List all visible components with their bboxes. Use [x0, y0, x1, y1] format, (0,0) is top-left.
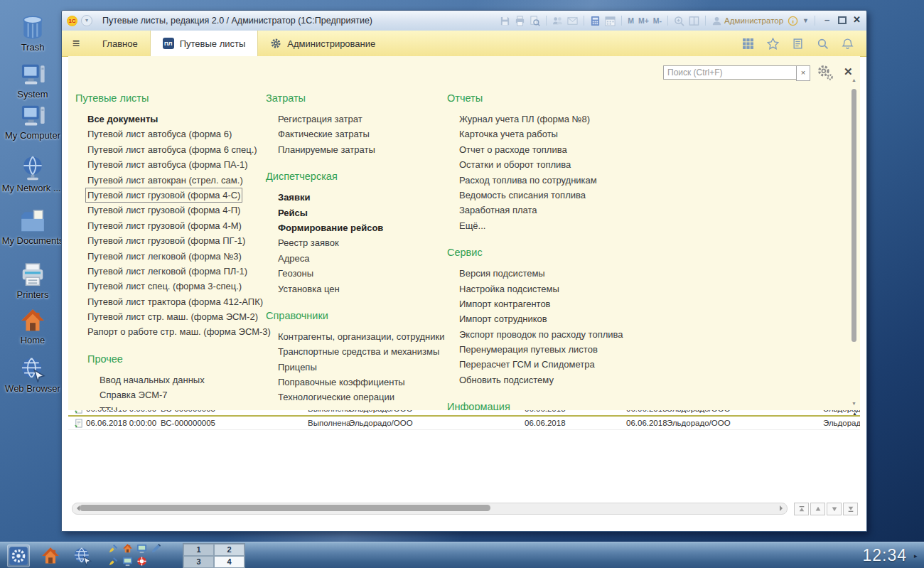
scroll-down-icon[interactable]: ▼ [850, 401, 858, 406]
menu-item[interactable]: Справка ЭСМ-7 [87, 387, 260, 402]
scale-m-plus-button[interactable]: M+ [638, 16, 649, 25]
menu-item[interactable]: Импорт сотрудников [447, 311, 667, 326]
search-input[interactable] [663, 65, 797, 80]
desktop-2[interactable]: 2 [214, 544, 245, 556]
go-down-button[interactable] [827, 503, 842, 515]
separator[interactable] [667, 16, 668, 26]
list-scroll-up-icon[interactable]: ▲ [851, 411, 859, 419]
menu-item[interactable]: Экспорт проводок по расходу топлива [447, 327, 667, 342]
menu-item[interactable]: Поправочные коэффициенты [266, 375, 444, 390]
menu-item[interactable]: Рейсы [266, 205, 444, 220]
menu-section-title[interactable]: Прочее [87, 353, 260, 365]
current-user[interactable]: Администратор [711, 16, 783, 26]
display-icon[interactable] [122, 556, 136, 568]
menu-item[interactable]: Перенумерация путевых листов [447, 342, 667, 357]
menu-item[interactable]: Журнал учета ПЛ (форма №8) [447, 112, 667, 127]
panel-scrollbar[interactable]: ▲ ▼ [850, 77, 858, 406]
desktop-4[interactable]: 4 [214, 556, 245, 568]
scroll-up-icon[interactable]: ▲ [850, 77, 858, 82]
printers-icon[interactable]: Printers [1, 262, 64, 300]
table-row[interactable]: 06.06.2018 0:00:00ВС-000000005ВыполненаЭ… [68, 417, 860, 430]
menu-section-title[interactable]: Затраты [266, 92, 444, 105]
home-folder-icon[interactable] [39, 545, 62, 567]
horizontal-scrollbar[interactable] [72, 503, 788, 515]
tab-trip-tickets[interactable]: ПЛ Путевые листы [150, 31, 259, 56]
help-lifesaver-icon[interactable] [136, 556, 150, 568]
menu-item[interactable]: Путевой лист трактора (форма 412-АПК) [75, 294, 260, 309]
menu-item[interactable]: Путевой лист грузовой (форма 4-С) [75, 188, 260, 203]
menu-item[interactable]: Ведомость списания топлива [447, 188, 667, 203]
menu-item[interactable]: Путевой лист легковой (форма №3) [75, 249, 260, 264]
menu-item[interactable]: Путевой лист автобуса (форма 6) [75, 127, 260, 141]
hamburger-menu-icon[interactable]: ≡ [62, 31, 90, 56]
my-computer-icon[interactable]: My Computer [1, 102, 64, 141]
sweeper-icon[interactable] [108, 543, 122, 555]
menu-section-title[interactable]: Диспетчерская [266, 170, 444, 183]
menu-item[interactable]: Версия подсистемы [447, 266, 667, 281]
info-icon[interactable] [788, 16, 798, 26]
menu-item[interactable]: Путевой лист автобуса (форма ПА-1) [75, 157, 260, 172]
go-first-button[interactable] [794, 503, 809, 515]
red-house-icon[interactable] [122, 543, 136, 555]
go-up-button[interactable] [810, 503, 825, 515]
panel-hide-arrow-icon[interactable]: ▸ [914, 552, 923, 559]
menu-item[interactable]: Отчет о расходе топлива [447, 142, 667, 157]
menu-item[interactable]: Ввод начальных данных [87, 373, 260, 387]
menu-section-title[interactable]: Сервис [447, 246, 667, 259]
menu-item[interactable]: Планируемые затраты [266, 142, 444, 157]
web-browser-icon[interactable]: Web Browser [1, 355, 64, 394]
menu-item[interactable]: Ещё... [447, 218, 667, 233]
menu-item[interactable]: ТТН [87, 403, 260, 410]
calculator-icon[interactable] [590, 16, 601, 26]
apps-grid-icon[interactable] [742, 38, 754, 50]
menu-item[interactable]: Транспортные средства и механизмы [266, 344, 444, 359]
tab-administration[interactable]: Администрирование [258, 31, 387, 56]
menu-item[interactable]: Формирование рейсов [266, 220, 444, 235]
menu-item[interactable]: Расход топлива по сотрудникам [447, 173, 667, 188]
my-network-icon[interactable]: My Network .... [1, 155, 64, 193]
system-icon[interactable]: System [1, 61, 64, 100]
browser-globe-icon[interactable] [71, 545, 94, 567]
menu-item[interactable]: Контрагенты, организации, сотрудники [266, 329, 444, 344]
menu-item[interactable]: Реестр заявок [266, 235, 444, 250]
menu-item[interactable]: Путевой лист грузовой (форма 4-П) [75, 203, 260, 218]
menu-item[interactable]: Все документы [75, 112, 260, 127]
taskbar-clock[interactable]: 12:34 [862, 546, 907, 565]
separator[interactable] [584, 16, 584, 26]
search-clear-button[interactable]: × [796, 65, 810, 81]
menu-item[interactable]: Регистрация затрат [266, 112, 444, 127]
menu-item[interactable]: Рапорт о работе стр. маш. (форма ЭСМ-3) [75, 324, 260, 339]
home-icon[interactable]: Home [1, 307, 64, 345]
close-button[interactable]: ✕ [852, 15, 861, 25]
minimize-button[interactable]: – [822, 15, 832, 25]
maximize-button[interactable] [837, 15, 847, 25]
menu-item[interactable]: Путевой лист автокран (стрел. сам.) [75, 173, 260, 188]
separator[interactable] [815, 16, 815, 26]
menu-item[interactable]: Остатки и оборот топлива [447, 157, 667, 172]
scroll-right-arrow[interactable] [780, 505, 785, 511]
menu-item[interactable]: Установка цен [266, 282, 444, 296]
horizontal-scrollbar-thumb[interactable] [80, 505, 490, 511]
menu-item[interactable]: Путевой лист стр. маш. (форма ЭСМ-2) [75, 309, 260, 324]
system-menu-icon[interactable]: ▾ [81, 15, 92, 26]
mail-icon[interactable] [567, 16, 578, 26]
menu-section-title[interactable]: Путевые листы [75, 92, 260, 105]
print-preview-icon[interactable] [530, 16, 540, 26]
menu-item[interactable]: Фактические затраты [266, 127, 444, 141]
menu-item[interactable]: Путевой лист спец. (форма 3-спец.) [75, 279, 260, 294]
menu-item[interactable]: Перерасчет ГСМ и Спидометра [447, 357, 667, 372]
menu-item[interactable]: Путевой лист легковой (форма ПЛ-1) [75, 264, 260, 279]
menu-item[interactable]: Адреса [266, 251, 444, 266]
monitor-icon[interactable] [136, 543, 150, 555]
menu-item[interactable]: Настройка подсистемы [447, 282, 667, 296]
titlebar[interactable]: 1С ▾ Путевые листы, редакция 2.0 / Админ… [62, 11, 866, 31]
menu-item[interactable]: Путевой лист грузовой (форма ПГ-1) [75, 233, 260, 248]
scale-m-minus-button[interactable]: M- [653, 16, 662, 25]
panel-scrollbar-thumb[interactable] [852, 89, 856, 342]
menu-item[interactable]: Импорт контрагентов [447, 296, 667, 311]
separator[interactable] [546, 16, 547, 26]
zoom-icon[interactable] [674, 16, 684, 26]
menu-item[interactable]: Обновить подсистему [447, 373, 667, 387]
app-menu-icon[interactable] [7, 545, 30, 567]
menu-section-title[interactable]: Справочники [266, 309, 444, 322]
